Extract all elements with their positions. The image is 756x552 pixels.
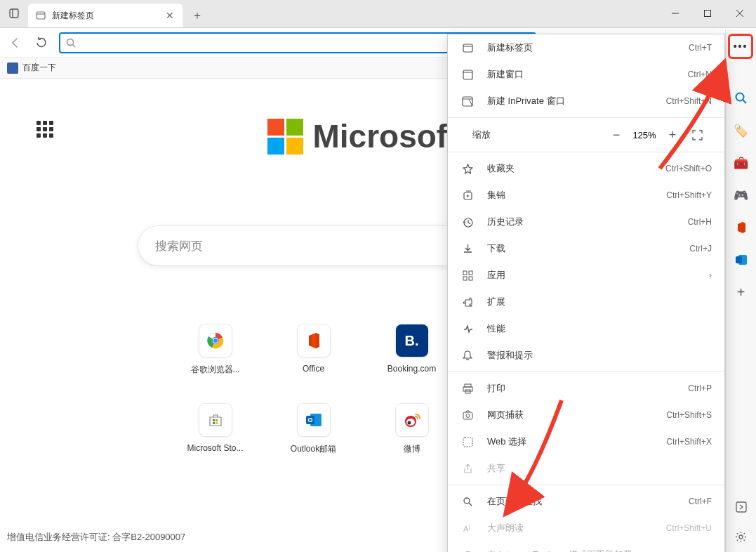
menu-share: 共享 <box>448 455 724 482</box>
svg-point-48 <box>466 414 470 417</box>
tile-weibo[interactable]: 微博 <box>387 404 437 455</box>
sidebar-outlook-icon[interactable] <box>733 251 750 268</box>
collections-icon <box>460 190 475 201</box>
brand-text: Microsoft <box>313 117 458 155</box>
svg-rect-33 <box>463 70 472 79</box>
svg-line-26 <box>743 100 746 103</box>
sidebar-search-icon[interactable] <box>733 90 750 107</box>
zoom-in-button[interactable]: + <box>661 128 684 143</box>
search-placeholder: 搜索网页 <box>155 238 203 254</box>
svg-point-25 <box>736 93 743 101</box>
bookmark-label: 百度一下 <box>22 62 56 74</box>
menu-new-window[interactable]: 新建窗口 Ctrl+N <box>448 61 724 88</box>
svg-line-9 <box>73 44 76 47</box>
menu-downloads[interactable]: 下载 Ctrl+J <box>448 235 724 262</box>
menu-zoom: 缩放 − 125% + <box>448 121 724 149</box>
menu-new-tab[interactable]: 新建标签页 Ctrl+T <box>448 34 724 61</box>
new-window-icon <box>460 70 475 80</box>
more-button[interactable]: ••• <box>728 34 753 59</box>
new-tab-icon <box>460 43 475 53</box>
svg-point-8 <box>67 39 74 45</box>
search-icon <box>66 38 76 48</box>
titlebar: 新建标签页 ✕ ＋ <box>0 0 756 28</box>
tile-chrome[interactable]: 谷歌浏览器... <box>191 324 240 376</box>
tab-title: 新建标签页 <box>52 10 164 22</box>
edge-sidebar: 🏷️ 🧰 🎮 + <box>725 29 756 552</box>
svg-rect-40 <box>463 271 467 275</box>
svg-rect-31 <box>463 44 472 52</box>
zoom-out-button[interactable]: − <box>605 128 628 143</box>
sidebar-settings-icon[interactable] <box>733 528 750 545</box>
footer-text: 增值电信业务经营许可证: 合字B2-20090007 <box>7 531 185 544</box>
history-icon <box>460 217 475 228</box>
svg-rect-15 <box>213 419 215 421</box>
baidu-icon: 🐾 <box>7 63 18 74</box>
tile-booking[interactable]: B. Booking.com <box>387 324 437 376</box>
menu-extensions[interactable]: 扩展 <box>448 289 724 315</box>
fullscreen-button[interactable] <box>692 130 713 140</box>
svg-rect-28 <box>736 256 742 263</box>
window-controls <box>659 0 756 27</box>
download-icon <box>460 244 475 254</box>
readaloud-icon: A⁾ <box>460 523 475 534</box>
menu-find[interactable]: 在页面上查找 Ctrl+F <box>448 488 724 515</box>
svg-rect-35 <box>463 97 472 106</box>
apps-icon <box>460 270 475 281</box>
zoom-value: 125% <box>628 130 661 140</box>
menu-apps[interactable]: 应用 › <box>448 262 724 289</box>
bell-icon <box>460 350 475 361</box>
svg-rect-47 <box>463 412 472 419</box>
refresh-button[interactable] <box>28 30 53 55</box>
find-icon <box>460 497 475 507</box>
menu-history[interactable]: 历史记录 Ctrl+H <box>448 209 724 235</box>
capture-icon <box>460 410 475 421</box>
new-tab-button[interactable]: ＋ <box>187 5 208 26</box>
svg-rect-42 <box>463 277 467 280</box>
svg-rect-16 <box>215 419 218 421</box>
tile-msstore[interactable]: Microsoft Sto... <box>191 404 240 455</box>
svg-text:A⁾: A⁾ <box>463 525 470 533</box>
svg-line-51 <box>469 503 472 506</box>
sidebar-games-icon[interactable]: 🎮 <box>733 187 750 204</box>
svg-point-14 <box>213 339 218 343</box>
svg-rect-5 <box>705 11 711 17</box>
svg-rect-44 <box>465 384 471 387</box>
star-icon <box>460 164 475 174</box>
tile-office[interactable]: Office <box>289 324 338 376</box>
svg-point-50 <box>464 498 470 504</box>
menu-collections[interactable]: 集锦 Ctrl+Shift+Y <box>448 182 724 209</box>
menu-performance[interactable]: 性能 <box>448 315 724 342</box>
close-window-button[interactable] <box>724 0 756 27</box>
menu-capture[interactable]: 网页捕获 Ctrl+Shift+S <box>448 402 724 428</box>
sidebar-collapse-icon[interactable] <box>733 499 750 515</box>
svg-rect-29 <box>736 502 746 512</box>
sidebar-shopping-icon[interactable]: 🏷️ <box>733 122 750 139</box>
tile-outlook[interactable]: O Outlook邮箱 <box>289 404 338 455</box>
minimize-button[interactable] <box>659 0 691 27</box>
svg-point-24 <box>407 421 411 425</box>
menu-print[interactable]: 打印 Ctrl+P <box>448 375 724 402</box>
maximize-button[interactable] <box>691 0 724 27</box>
menu-alerts[interactable]: 警报和提示 <box>448 342 724 369</box>
sidebar-office-icon[interactable] <box>733 219 750 236</box>
svg-rect-45 <box>463 387 472 391</box>
print-icon <box>460 383 475 394</box>
bookmark-baidu[interactable]: 🐾 百度一下 <box>7 62 56 74</box>
tab-actions-button[interactable] <box>0 0 28 27</box>
tab-close-button[interactable]: ✕ <box>164 10 175 21</box>
microsoft-logo-icon <box>267 119 303 155</box>
extensions-icon <box>460 297 475 308</box>
menu-favorites[interactable]: 收藏夹 Ctrl+Shift+O <box>448 155 724 182</box>
svg-rect-41 <box>469 271 472 275</box>
browser-tab[interactable]: 新建标签页 ✕ <box>28 4 183 27</box>
inprivate-icon <box>460 96 475 107</box>
menu-new-inprivate[interactable]: 新建 InPrivate 窗口 Ctrl+Shift+N <box>448 88 724 114</box>
svg-rect-49 <box>463 438 472 447</box>
sidebar-add-icon[interactable]: + <box>733 284 750 301</box>
sidebar-tools-icon[interactable]: 🧰 <box>733 155 750 171</box>
tab-favicon <box>35 10 46 21</box>
share-icon <box>460 464 475 474</box>
back-button[interactable] <box>3 30 28 55</box>
menu-readaloud: A⁾ 大声朗读 Ctrl+Shift+U <box>448 515 724 541</box>
menu-webselect[interactable]: Web 选择 Ctrl+Shift+X <box>448 428 724 455</box>
